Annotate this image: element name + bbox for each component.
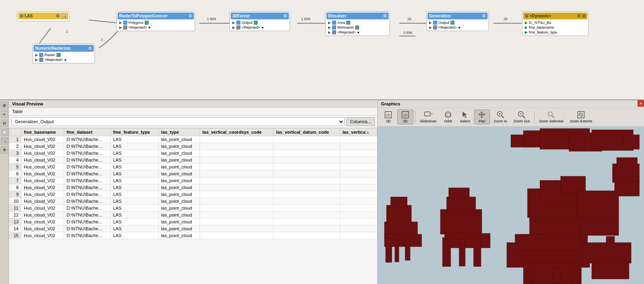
right-panel: ✕ Graphics 2D 2D 3D 3D bbox=[378, 100, 644, 284]
numrasterizer-node[interactable]: NumericRasterizer ⚙ ▶ Raster ▶ <Rejected… bbox=[32, 44, 95, 63]
raster2poly-rejected-port: ▶ <Rejected> ● bbox=[118, 25, 194, 30]
numrasterizer-gear[interactable]: ⚙ bbox=[88, 46, 92, 51]
dynamic-label3: fme_feature_type bbox=[529, 30, 557, 34]
cell-las-type: las_point_cloud bbox=[158, 157, 200, 164]
btn-2d[interactable]: 2D 2D bbox=[380, 109, 396, 124]
btn-zoom-selected[interactable]: Zoom Selected bbox=[536, 109, 566, 124]
dynamic-node[interactable]: ⊞ <Dynamic> ⚙ ⊞ ▶ D:_NTNU_Ba ▶ fme_basen… bbox=[522, 11, 589, 36]
cell-las-type: las_point_cloud bbox=[158, 136, 200, 143]
svg-text:3 696: 3 696 bbox=[403, 31, 412, 35]
cell-las-vertical-datum bbox=[274, 212, 340, 219]
data-table-container: fme_basename fme_dataset fme_feature_typ… bbox=[9, 128, 377, 284]
cell-rownum: 4 bbox=[9, 157, 21, 164]
cell-fme-basename: Hus_cloud_V02 bbox=[21, 212, 64, 219]
btn-zoom-extents[interactable]: Zoom Extents bbox=[567, 109, 596, 124]
sidebar-icon-1[interactable]: ⊞ bbox=[1, 102, 8, 109]
cell-fme-dataset: D:\NTNU\Bache... bbox=[64, 225, 110, 232]
svg-line-1 bbox=[40, 28, 51, 43]
las-node[interactable]: ⊞ LAS ⚙ 🔍 bbox=[17, 11, 69, 21]
r2p-rejected-dot bbox=[123, 25, 127, 29]
table-row: 5 Hus_cloud_V02 D:\NTNU\Bache... LAS las… bbox=[9, 164, 377, 170]
2d-icon: 2D bbox=[384, 111, 392, 119]
columns-button[interactable]: Columns... bbox=[346, 117, 375, 126]
dynamic-gear[interactable]: ⚙ bbox=[577, 13, 581, 19]
btn-3d[interactable]: 3D 3D bbox=[397, 109, 413, 124]
dissolver-gear[interactable]: ⚙ bbox=[383, 13, 387, 19]
cell-fme-dataset: D:\NTNU\Bache... bbox=[64, 184, 110, 191]
data-table: fme_basename fme_dataset fme_feature_typ… bbox=[9, 128, 377, 239]
cell-las-vertical-coordsys bbox=[200, 164, 273, 170]
las-search-icon[interactable]: 🔍 bbox=[61, 13, 67, 19]
cell-las-vertical-datum bbox=[274, 164, 340, 170]
generalizer-gear[interactable]: ⚙ bbox=[482, 13, 486, 19]
dissolver-area-port: ▶ Area bbox=[326, 20, 389, 25]
graphics-viewport[interactable] bbox=[378, 126, 644, 284]
cell-las-vertical-datum bbox=[274, 150, 340, 157]
las-gear-icon[interactable]: ⚙ bbox=[56, 13, 60, 19]
btn-select[interactable]: Select bbox=[457, 109, 473, 124]
cell-las-type: las_point_cloud bbox=[158, 170, 200, 177]
diss-area-dot bbox=[332, 21, 336, 25]
sidebar-icon-3[interactable]: ⊟ bbox=[1, 120, 8, 127]
svg-text:1 809: 1 809 bbox=[301, 17, 310, 21]
cell-las-vertical-datum bbox=[274, 170, 340, 177]
3dforcer-header: 3DForcer ⚙ bbox=[231, 13, 289, 19]
generalizer-node[interactable]: Generalizer ⚙ ▶ Output ▶ <Rejected> ● bbox=[426, 11, 489, 31]
polygons-out bbox=[145, 21, 149, 25]
cell-fme-basename: Hus_cloud_V02 bbox=[21, 219, 64, 225]
sidebar-icon-6[interactable]: ⚙ bbox=[1, 146, 8, 154]
cell-las-vertical-coordsys bbox=[200, 219, 273, 225]
cell-fme-feature-type: LAS bbox=[110, 205, 158, 212]
btn-pan[interactable]: Pan bbox=[474, 109, 490, 124]
cell-las-vertical-datum bbox=[274, 191, 340, 198]
cell-las-type: las_point_cloud bbox=[158, 177, 200, 184]
visual-preview-label: Visual Preview bbox=[9, 100, 377, 108]
dissolver-rejected-port: ▶ <Rejected> ● bbox=[326, 30, 389, 35]
zoom-in-icon bbox=[497, 111, 505, 119]
cell-las-vertical-datum bbox=[274, 205, 340, 212]
close-button[interactable]: ✕ bbox=[638, 100, 644, 107]
zoom-out-icon bbox=[518, 111, 526, 119]
table-row: 10 Hus_cloud_V02 D:\NTNU\Bache... LAS la… bbox=[9, 198, 377, 205]
generalizer-title: Generalizer bbox=[429, 14, 451, 18]
cell-las-vertica bbox=[340, 212, 377, 219]
raster2poly-node[interactable]: RasterToPolygonCoercer ⚙ ▶ Polygons ▶ <R… bbox=[116, 11, 195, 31]
table-row: 8 Hus_cloud_V02 D:\NTNU\Bache... LAS las… bbox=[9, 184, 377, 191]
raster2poly-gear[interactable]: ⚙ bbox=[188, 13, 192, 19]
feature-dropdown[interactable]: Generalizer_Output bbox=[11, 117, 345, 126]
raster-port-label: Raster bbox=[44, 53, 55, 57]
btn-orbit[interactable]: Orbit bbox=[440, 109, 456, 124]
sidebar-icon-2[interactable]: ≡ bbox=[1, 111, 8, 118]
dissolver-node[interactable]: Dissolver ⚙ ▶ Area ▶ Remnants ▶ <Rejecte… bbox=[325, 11, 390, 36]
3dforcer-node[interactable]: 3DForcer ⚙ ▶ Output ▶ <Rejected> ● bbox=[229, 11, 290, 31]
rejected-port-dot bbox=[39, 58, 43, 62]
col-las-vertical-coordsys: las_vertical_coordsys_code bbox=[200, 128, 273, 136]
toolbar-sep-2 bbox=[534, 111, 535, 123]
gen-rejected-port: ▶ <Rejected> ● bbox=[427, 25, 488, 30]
cell-las-vertical-coordsys bbox=[200, 150, 273, 157]
btn-zoom-out[interactable]: Zoom Out bbox=[511, 109, 532, 124]
table-row: 7 Hus_cloud_V02 D:\NTNU\Bache... LAS las… bbox=[9, 177, 377, 184]
sidebar-icon-4[interactable]: 📋 bbox=[1, 128, 8, 136]
btn-zoom-in[interactable]: Zoom In bbox=[491, 109, 510, 124]
svg-rect-68 bbox=[515, 234, 581, 251]
table-row: 12 Hus_cloud_V02 D:\NTNU\Bache... LAS la… bbox=[9, 212, 377, 219]
table-body: 1 Hus_cloud_V02 D:\NTNU\Bache... LAS las… bbox=[9, 136, 377, 239]
col-las-vertica: las_vertica▲ bbox=[340, 128, 377, 136]
cell-las-vertica bbox=[340, 205, 377, 212]
btn-slideshow[interactable]: Slideshow bbox=[417, 109, 439, 124]
cell-las-vertica bbox=[340, 150, 377, 157]
3dforcer-output-port: ▶ Output bbox=[231, 20, 289, 25]
cell-las-vertical-coordsys bbox=[200, 232, 273, 239]
cell-fme-basename: Hus_cloud_V02 bbox=[21, 177, 64, 184]
svg-rect-37 bbox=[387, 205, 412, 224]
cell-fme-feature-type: LAS bbox=[110, 150, 158, 157]
cell-las-vertica bbox=[340, 143, 377, 150]
cell-las-vertica bbox=[340, 225, 377, 232]
svg-text:1: 1 bbox=[101, 38, 103, 42]
sidebar-icon-5[interactable]: 🔍 bbox=[1, 137, 8, 145]
dynamic-title: <Dynamic> bbox=[530, 14, 551, 18]
graphics-label: Graphics bbox=[378, 100, 644, 108]
3dforcer-gear[interactable]: ⚙ bbox=[283, 13, 287, 19]
cell-rownum: 5 bbox=[9, 164, 21, 170]
